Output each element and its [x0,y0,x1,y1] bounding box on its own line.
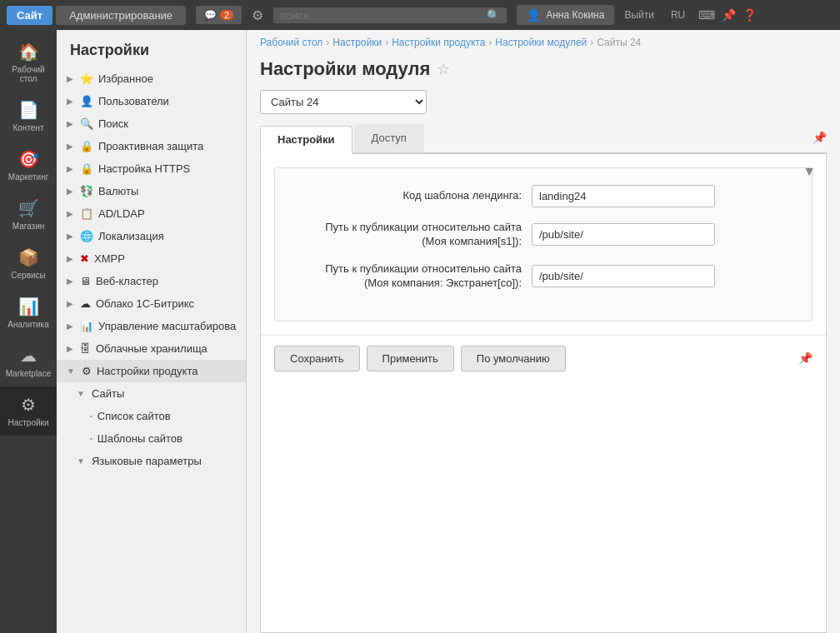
nav-item-cloud[interactable]: ▶ ☁ Облако 1С-Битрикс [57,292,246,315]
nav-item-sites-list[interactable]: • Список сайтов [57,405,246,427]
nav-item-users[interactable]: ▶ 👤 Пользователи [57,90,246,112]
breadcrumb-product-settings[interactable]: Настройки продукта [392,37,485,48]
home-icon: 🏠 [18,42,39,62]
sidebar-item-analytics[interactable]: 📊 Аналитика [0,288,57,337]
shop-icon: 🛒 [18,198,39,218]
sidebar-item-content[interactable]: 📄 Контент [0,92,57,141]
messages-badge: 2 [220,10,233,20]
breadcrumb-sep-2: › [385,37,388,48]
form-row-template-code: Код шаблона лендинга: [288,185,798,207]
messages-button[interactable]: 💬 2 [196,6,242,24]
users-icon: 👤 [80,95,93,107]
nav-item-xmpp[interactable]: ▶ ✖ XMPP [57,247,246,270]
favorites-label: Избранное [98,72,153,85]
favorites-icon: ⭐ [80,72,93,85]
tab-access[interactable]: Доступ [354,124,424,152]
sidebar-item-services[interactable]: 📦 Сервисы [0,239,57,288]
sidebar-item-marketplace-label: Marketplace [6,369,51,378]
arrow-currencies: ▶ [67,187,73,196]
search-nav-label: Поиск [98,117,128,130]
nav-item-cloud-storage[interactable]: ▶ 🗄 Облачные хранилища [57,337,246,360]
user-button[interactable]: 👤 Анна Кокина [517,5,614,25]
dropdown-row: Сайты 24 [247,90,840,124]
nav-item-sites[interactable]: ▼ Сайты [57,382,246,405]
help-icon[interactable]: ❓ [742,8,757,22]
search-icon: 🔍 [487,9,500,22]
nav-item-webcluster[interactable]: ▶ 🖥 Веб-кластер [57,270,246,292]
save-button[interactable]: Сохранить [274,346,360,371]
apply-button[interactable]: Применить [367,346,454,371]
sidebar-item-marketing[interactable]: 🎯 Маркетинг [0,141,57,190]
nav-item-lang-params[interactable]: ▼ Языковые параметры [57,450,246,472]
site-templates-label: Шаблоны сайтов [98,432,182,445]
buttons-row: Сохранить Применить По умолчанию 📌 [261,335,826,381]
nav-item-currencies[interactable]: ▶ 💱 Валюты [57,180,246,202]
language-selector[interactable]: RU [664,9,692,21]
pub-path-co-input[interactable] [532,265,715,287]
settings-sidebar-icon: ⚙ [21,395,36,415]
scaling-icon: 📊 [80,320,93,332]
marketplace-icon: ☁ [20,346,37,366]
webcluster-icon: 🖥 [80,275,91,287]
arrow-search: ▶ [67,119,73,128]
sidebar-item-settings[interactable]: ⚙ Настройки [0,386,57,436]
content-icon: 📄 [18,100,39,120]
pub-path-s1-input[interactable] [532,223,715,246]
lang-params-label: Языковые параметры [92,455,202,467]
nav-item-https[interactable]: ▶ 🔒 Настройка HTTPS [57,157,246,180]
sidebar-item-marketplace[interactable]: ☁ Marketplace [0,337,57,386]
breadcrumb-module-settings[interactable]: Настройки модулей [495,37,587,48]
favorite-star-icon[interactable]: ☆ [437,60,450,78]
pin-icon-buttons[interactable]: 📌 [798,351,812,365]
search-input[interactable] [280,9,487,22]
currencies-icon: 💱 [80,185,93,197]
pin-icon-tabs[interactable]: 📌 [812,131,827,144]
sidebar-item-analytics-label: Аналитика [8,320,49,329]
cloud-storage-label: Облачные хранилища [96,342,208,355]
tab-settings[interactable]: Настройки [260,126,352,154]
tab-content-area: ▼ Код шаблона лендинга: Путь к публикаци… [260,154,827,633]
adldap-icon: 📋 [80,207,93,220]
sidebar-item-desktop[interactable]: 🏠 Рабочий стол [0,33,57,92]
sidebar-item-settings-label: Настройки [8,418,48,427]
product-settings-label: Настройки продукта [97,365,198,377]
arrow-favorites: ▶ [67,74,73,83]
tabs-bar: Настройки Доступ 📌 [260,124,827,154]
keyboard-icon[interactable]: ⌨ [698,8,715,22]
nav-item-search[interactable]: ▶ 🔍 Поиск [57,112,246,135]
user-name: Анна Кокина [546,9,604,21]
arrow-product-settings: ▼ [67,366,75,376]
site-button[interactable]: Сайт [7,6,52,25]
collapse-arrow-icon[interactable]: ▼ [802,164,816,179]
sidebar-item-shop[interactable]: 🛒 Магазин [0,190,57,239]
nav-item-site-templates[interactable]: • Шаблоны сайтов [57,427,246,450]
template-code-input[interactable] [532,185,715,207]
module-dropdown[interactable]: Сайты 24 [260,90,427,114]
default-button[interactable]: По умолчанию [461,346,566,371]
arrow-cloud-storage: ▶ [67,344,73,353]
product-settings-icon: ⚙ [82,365,92,377]
protection-label: Проактивная защита [98,140,203,152]
nav-sidebar-title: Настройки [57,30,246,67]
arrow-adldap: ▶ [67,209,73,218]
nav-item-localization[interactable]: ▶ 🌐 Локализация [57,225,246,247]
breadcrumb-sep-4: › [590,37,593,48]
exit-button[interactable]: Выйти [618,9,661,21]
breadcrumb-desktop[interactable]: Рабочий стол [260,37,322,48]
form-section: Код шаблона лендинга: Путь к публикации … [274,167,812,321]
settings-icon[interactable]: ⚙ [245,4,270,27]
nav-item-product-settings[interactable]: ▼ ⚙ Настройки продукта [57,360,246,382]
sites-label: Сайты [92,387,124,400]
nav-item-scaling[interactable]: ▶ 📊 Управление масштабирова [57,315,246,337]
nav-item-adldap[interactable]: ▶ 📋 AD/LDAP [57,202,246,225]
scaling-label: Управление масштабирова [98,320,236,332]
xmpp-icon: ✖ [80,252,89,265]
search-nav-icon: 🔍 [80,117,93,130]
breadcrumb-settings[interactable]: Настройки [332,37,382,48]
top-bar-extra-icons: ⌨ 📌 ❓ [698,8,757,22]
admin-button[interactable]: Администрирование [56,6,186,25]
pin-icon[interactable]: 📌 [722,8,736,22]
nav-item-favorites[interactable]: ▶ ⭐ Избранное [57,67,246,90]
services-icon: 📦 [18,247,39,267]
nav-item-protection[interactable]: ▶ 🔒 Проактивная защита [57,135,246,157]
